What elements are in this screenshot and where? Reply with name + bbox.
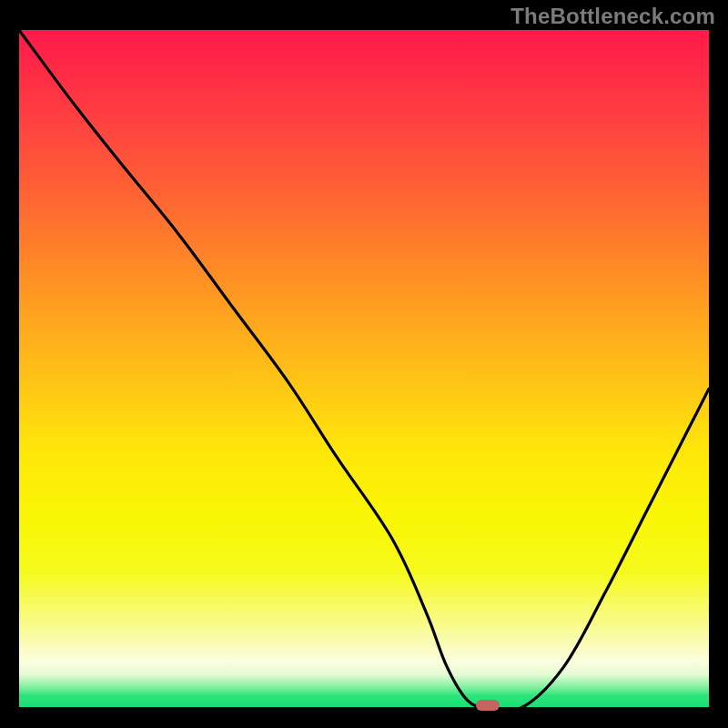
chart-stage: TheBottleneck.com [0,0,728,728]
plot-area [19,30,709,707]
watermark-text: TheBottleneck.com [511,4,715,29]
optimal-point-marker [476,700,500,711]
bottleneck-curve [19,30,709,707]
